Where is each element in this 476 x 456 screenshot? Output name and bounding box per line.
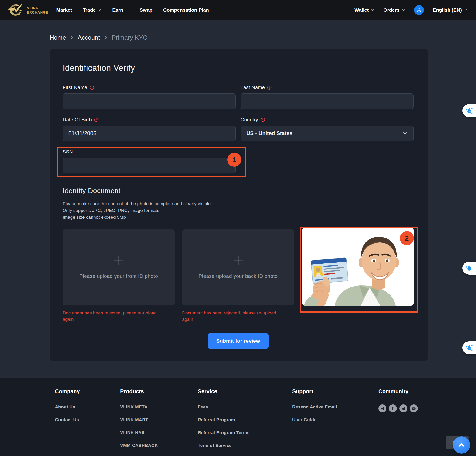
upload-row: Please upload your front ID photo Docume… — [63, 229, 414, 323]
dob-label-row: Date Of Birth — [63, 117, 236, 123]
social-links — [378, 404, 418, 412]
footer-link-about-us[interactable]: About Us — [55, 404, 120, 410]
footer-heading: Service — [198, 388, 292, 395]
chevron-down-icon — [371, 8, 374, 12]
chevron-down-icon — [402, 131, 408, 136]
annotation-marker-1: 1 — [227, 153, 241, 167]
back-id-upload-box[interactable]: Please upload your back ID photo — [182, 229, 294, 305]
footer-column-service: Service Fees Referral Program Referral P… — [198, 388, 292, 456]
footer-heading: Products — [120, 388, 198, 395]
first-name-label-row: First Name — [63, 85, 236, 90]
footer-link-term-of-service[interactable]: Term of Service — [198, 443, 292, 448]
footer-heading: Company — [55, 388, 120, 395]
footer-link-user-guide[interactable]: User Guide — [292, 417, 378, 422]
footer-link-contact-us[interactable]: Contact Us — [55, 417, 120, 422]
footer-link-fees[interactable]: Fees — [198, 404, 292, 410]
footer-link-vlink-mart[interactable]: VLINK MART — [120, 417, 198, 422]
ssn-field: SSN 1 — [63, 149, 236, 173]
identification-verify-card: Identification Verify First Name Last Na… — [50, 49, 428, 361]
country-label-row: Country — [241, 117, 414, 123]
last-name-input[interactable] — [241, 94, 414, 109]
brand-logo[interactable]: VLINK EXCHANGE — [7, 3, 48, 17]
nav-item-earn[interactable]: Earn — [112, 7, 129, 13]
nav-item-swap[interactable]: Swap — [140, 7, 153, 13]
first-name-label: First Name — [63, 85, 87, 90]
footer-link-vmm-cashback[interactable]: VMM CASHBACK — [120, 443, 198, 448]
footer-heading: Community — [378, 388, 418, 395]
footer-link-vlink-nail[interactable]: VLINK NAIL — [120, 430, 198, 435]
footer-link-referral-program-terms[interactable]: Referral Program Terms — [198, 430, 292, 435]
last-name-label: Last Name — [241, 85, 265, 90]
ssn-input[interactable] — [63, 158, 236, 173]
telegram-icon[interactable] — [378, 404, 386, 412]
identity-document-section: Identity Document Please make sure the c… — [63, 187, 414, 349]
country-field: Country US - United States — [241, 117, 414, 141]
nav-item-market[interactable]: Market — [56, 7, 72, 13]
dob-label: Date Of Birth — [63, 117, 92, 123]
submit-for-review-button[interactable]: Submit for review — [208, 333, 269, 349]
kyc-page: VLINK EXCHANGE Market Trade Earn Swap Co… — [0, 0, 476, 456]
last-name-label-row: Last Name — [241, 85, 414, 90]
footer-column-products: Products VLINK META VLINK MART VLINK NAI… — [120, 388, 198, 456]
country-select[interactable]: US - United States — [241, 126, 414, 141]
nav-item-wallet[interactable]: Wallet — [354, 7, 374, 13]
footer-link-vlink-meta[interactable]: VLINK META — [120, 404, 198, 410]
page-title: Identification Verify — [63, 63, 414, 73]
language-selector[interactable]: English (EN) — [433, 7, 468, 13]
kyc-form: First Name Last Name — [63, 85, 414, 173]
youtube-icon[interactable] — [410, 404, 418, 412]
instruction-line: Image size cannot exceed 5Mb — [63, 214, 414, 220]
water-drop-widget-button[interactable] — [462, 262, 476, 275]
twitter-icon[interactable] — [400, 404, 407, 412]
nav-item-trade[interactable]: Trade — [83, 7, 102, 13]
first-name-input[interactable] — [63, 94, 236, 109]
last-name-field: Last Name — [241, 85, 414, 109]
nav-item-orders[interactable]: Orders — [383, 7, 405, 13]
country-label: Country — [241, 117, 258, 123]
ssn-label-row: SSN — [63, 149, 236, 155]
instruction-line: Please make sure the content of the phot… — [63, 200, 414, 207]
selfie-holding-id-photo[interactable] — [302, 228, 414, 306]
top-navigation-bar: VLINK EXCHANGE Market Trade Earn Swap Co… — [0, 0, 476, 20]
footer-link-referral-program[interactable]: Referral Program — [198, 417, 292, 422]
scroll-to-top-button[interactable] — [453, 436, 470, 454]
dob-input[interactable] — [63, 126, 236, 141]
instruction-line: Only supports JPG, JPEG, PNG, image form… — [63, 207, 414, 214]
plus-icon — [113, 255, 124, 266]
chevron-right-icon — [70, 36, 74, 40]
country-selected-value: US - United States — [246, 130, 292, 136]
footer-column-company: Company About Us Contact Us — [55, 388, 120, 456]
back-upload-placeholder: Please upload your back ID photo — [199, 273, 278, 279]
back-id-upload-col: Please upload your back ID photo Documen… — [182, 229, 294, 323]
footer-heading: Support — [292, 388, 378, 395]
chevron-down-icon — [401, 8, 405, 12]
man-holding-id-card-image — [302, 228, 414, 306]
identity-document-instructions: Please make sure the content of the phot… — [63, 200, 414, 220]
account-avatar-button[interactable] — [414, 5, 424, 15]
facebook-icon[interactable] — [389, 404, 397, 412]
date-of-birth-field: Date Of Birth — [63, 117, 236, 141]
brand-name: VLINK EXCHANGE — [27, 6, 48, 15]
footer-column-support: Support Resend Active Email User Guide — [292, 388, 378, 456]
front-upload-placeholder: Please upload your front ID photo — [79, 273, 158, 279]
vlink-logo-icon — [7, 3, 24, 17]
water-drop-widget-button[interactable] — [462, 341, 476, 354]
identity-document-title: Identity Document — [63, 187, 414, 195]
footer-column-community: Community — [378, 388, 418, 456]
chevron-down-icon — [125, 8, 129, 12]
front-id-upload-box[interactable]: Please upload your front ID photo — [63, 229, 175, 305]
selfie-photo-col: 2 — [302, 229, 414, 323]
breadcrumb-account[interactable]: Account — [78, 34, 100, 41]
header-right-nav: Wallet Orders English (EN) — [354, 5, 468, 15]
water-drop-widget-button[interactable] — [462, 104, 476, 117]
breadcrumb-current: Primary KYC — [112, 34, 148, 41]
ssn-label: SSN — [63, 149, 73, 155]
front-id-upload-col: Please upload your front ID photo Docume… — [63, 229, 175, 323]
required-alert-icon — [90, 85, 94, 90]
chevron-down-icon — [98, 8, 102, 12]
chevron-up-icon — [457, 440, 467, 450]
breadcrumb-home[interactable]: Home — [50, 34, 66, 41]
front-upload-error: Document has been rejected, please re-up… — [63, 310, 169, 323]
nav-item-compensation-plan[interactable]: Compensation Plan — [163, 7, 209, 13]
footer-link-resend-active-email[interactable]: Resend Active Email — [292, 404, 378, 410]
